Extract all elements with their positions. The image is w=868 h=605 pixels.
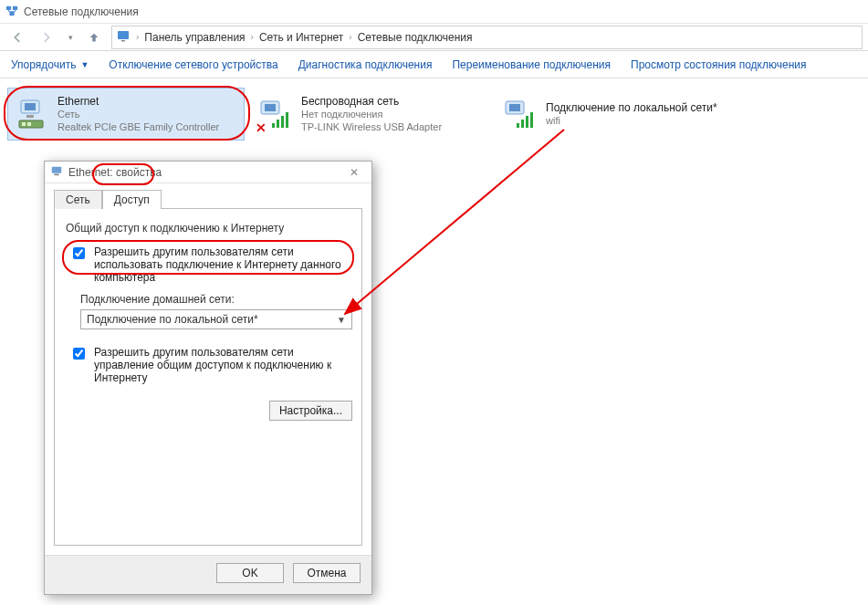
breadcrumb-item[interactable]: Панель управления <box>144 31 245 44</box>
chevron-down-icon: ▼ <box>337 315 346 325</box>
connection-item-wireless[interactable]: ✕ Беспроводная сеть Нет подключения TP-L… <box>252 88 489 141</box>
organize-menu[interactable]: Упорядочить▼ <box>11 58 89 71</box>
connection-status: Нет подключения <box>301 109 484 121</box>
window-titlebar: Сетевые подключения <box>0 0 868 24</box>
allow-sharing-checkbox[interactable] <box>73 247 85 259</box>
ethernet-icon <box>14 92 50 134</box>
svg-line-18 <box>345 130 564 314</box>
svg-rect-15 <box>52 167 62 173</box>
content-area: Ethernet Сеть Realtek PCIe GBE Family Co… <box>0 78 868 605</box>
svg-rect-16 <box>54 174 58 176</box>
settings-button[interactable]: Настройка... <box>269 401 352 421</box>
command-bar: Упорядочить▼ Отключение сетевого устройс… <box>0 51 868 78</box>
control-panel-icon <box>116 28 131 46</box>
svg-rect-12 <box>265 104 276 111</box>
svg-rect-9 <box>22 122 26 126</box>
connection-item-local[interactable]: Подключение по локальной сети* wifi <box>497 88 734 141</box>
close-button[interactable]: ✕ <box>342 166 366 179</box>
svg-rect-0 <box>6 6 11 10</box>
disconnected-x-icon: ✕ <box>256 120 267 135</box>
allow-sharing-checkbox-row[interactable]: Разрешить другим пользователям сети испо… <box>64 242 352 287</box>
dialog-titlebar[interactable]: Ethernet: свойства ✕ <box>45 162 371 183</box>
sharing-group-label: Общий доступ к подключению к Интернету <box>66 222 352 235</box>
view-status-button[interactable]: Просмотр состояния подключения <box>631 58 806 71</box>
disable-device-button[interactable]: Отключение сетевого устройства <box>109 58 277 71</box>
connections-list: Ethernet Сеть Realtek PCIe GBE Family Co… <box>0 78 868 150</box>
connection-name: Беспроводная сеть <box>301 95 484 109</box>
wireless-icon <box>502 91 539 133</box>
svg-rect-1 <box>13 6 17 10</box>
connection-status: Сеть <box>58 109 238 121</box>
breadcrumb-item[interactable]: Сеть и Интернет <box>259 31 343 44</box>
connection-item-ethernet[interactable]: Ethernet Сеть Realtek PCIe GBE Family Co… <box>7 88 245 141</box>
svg-rect-3 <box>118 31 129 39</box>
svg-rect-7 <box>26 115 34 118</box>
window-title: Сетевые подключения <box>24 5 139 18</box>
allow-control-checkbox-row[interactable]: Разрешить другим пользователям сети упра… <box>64 342 352 388</box>
ethernet-small-icon <box>50 164 63 180</box>
svg-rect-14 <box>509 104 520 111</box>
dialog-button-row: OK Отмена <box>45 555 371 594</box>
connection-name: Подключение по локальной сети* <box>546 101 728 115</box>
dialog-tabs: Сеть Доступ <box>45 183 371 208</box>
svg-rect-4 <box>121 40 125 42</box>
back-button[interactable] <box>5 26 29 48</box>
connection-status: wifi <box>546 115 728 128</box>
breadcrumb-item[interactable]: Сетевые подключения <box>358 31 473 44</box>
rename-connection-button[interactable]: Переименование подключения <box>452 58 611 71</box>
cancel-button[interactable]: Отмена <box>293 563 361 583</box>
home-connection-select[interactable]: Подключение по локальной сети* ▼ <box>80 309 352 329</box>
breadcrumb-box[interactable]: › Панель управления › Сеть и Интернет › … <box>111 26 863 49</box>
home-connection-value: Подключение по локальной сети* <box>87 313 258 326</box>
diagnose-connection-button[interactable]: Диагностика подключения <box>298 58 433 71</box>
home-connection-label: Подключение домашней сети: <box>80 293 352 306</box>
svg-rect-6 <box>25 103 36 110</box>
ok-button[interactable]: OK <box>216 563 284 583</box>
connection-device: Realtek PCIe GBE Family Controller <box>58 121 238 134</box>
allow-control-checkbox[interactable] <box>73 348 85 360</box>
dialog-body: Общий доступ к подключению к Интернету Р… <box>54 208 362 546</box>
up-button[interactable] <box>82 26 106 48</box>
tab-network[interactable]: Сеть <box>54 190 102 209</box>
tab-sharing[interactable]: Доступ <box>102 190 162 209</box>
svg-rect-2 <box>9 12 14 16</box>
allow-sharing-label: Разрешить другим пользователям сети испо… <box>94 245 347 284</box>
connection-device: TP-LINK Wireless USB Adapter <box>301 121 484 134</box>
dialog-title: Ethernet: свойства <box>68 166 162 179</box>
forward-button[interactable] <box>35 26 58 48</box>
recent-locations-button[interactable]: ▾ <box>64 26 77 48</box>
chevron-right-icon: › <box>347 32 353 42</box>
wireless-icon: ✕ <box>257 91 294 133</box>
allow-control-label: Разрешить другим пользователям сети упра… <box>94 346 347 384</box>
properties-dialog: Ethernet: свойства ✕ Сеть Доступ Общий д… <box>44 161 372 595</box>
address-bar: ▾ › Панель управления › Сеть и Интернет … <box>0 24 868 51</box>
svg-rect-10 <box>27 122 31 126</box>
connection-name: Ethernet <box>58 95 238 109</box>
chevron-right-icon: › <box>134 32 141 42</box>
chevron-down-icon: ▼ <box>80 60 89 69</box>
app-icon <box>5 4 18 19</box>
chevron-right-icon: › <box>249 32 256 42</box>
